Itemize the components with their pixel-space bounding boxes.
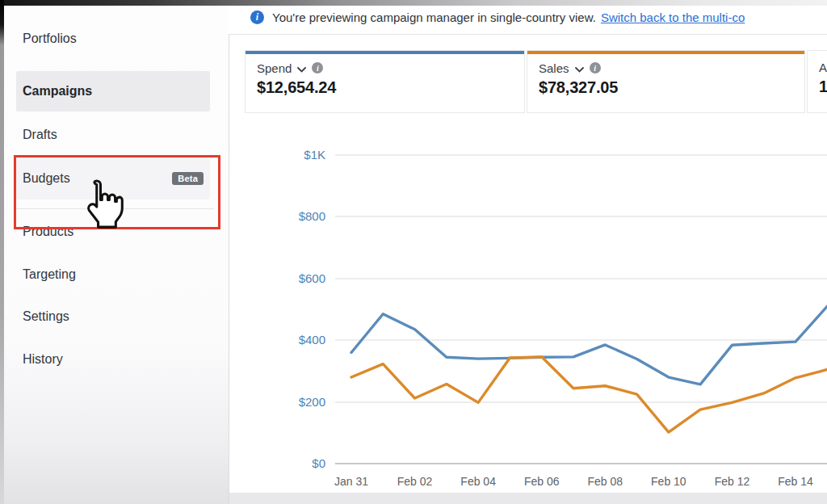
y-axis-tick-label: $600 xyxy=(269,271,325,285)
y-axis-tick-label: $400 xyxy=(269,333,325,346)
hand-cursor-icon xyxy=(79,176,126,233)
gridline xyxy=(335,278,827,279)
sidebar-item-portfolios[interactable]: Portfolios xyxy=(16,24,210,53)
x-axis-tick-label: Feb 08 xyxy=(577,475,633,488)
metric-label: Sales xyxy=(539,61,569,75)
sidebar-item-label: Budgets xyxy=(23,171,70,186)
y-axis-tick-label: $800 xyxy=(269,209,325,223)
sidebar-item-targeting[interactable]: Targeting xyxy=(16,260,210,289)
metric-card-sales[interactable]: Salesi$78,327.05 xyxy=(527,50,805,113)
switch-back-link[interactable]: Switch back to the multi-co xyxy=(601,10,745,24)
gridline xyxy=(335,401,827,403)
sidebar-item-drafts[interactable]: Drafts xyxy=(16,120,210,149)
info-icon: i xyxy=(250,10,264,24)
y-axis-tick-label: $200 xyxy=(269,395,325,409)
sidebar-item-settings[interactable]: Settings xyxy=(16,302,210,331)
x-axis-tick-label: Feb 10 xyxy=(640,475,697,488)
sidebar-item-label: Targeting xyxy=(23,267,76,282)
sidebar-item-label: Campaigns xyxy=(23,84,92,99)
sidebar-item-label: History xyxy=(23,352,63,367)
x-axis-tick-label: Feb 06 xyxy=(514,475,570,488)
chevron-down-icon[interactable] xyxy=(297,61,306,75)
banner-message: You're previewing campaign manager in si… xyxy=(272,10,596,24)
metric-label: Spend xyxy=(257,61,292,75)
metric-card-spend[interactable]: Spendi$12,654.24 xyxy=(245,50,525,113)
info-icon[interactable]: i xyxy=(590,62,601,74)
y-axis-tick-label: $1K xyxy=(269,148,325,162)
gridline xyxy=(335,463,827,464)
left-edge-strip xyxy=(0,0,4,504)
info-icon[interactable]: i xyxy=(312,62,323,74)
gridline xyxy=(335,339,827,341)
sidebar-item-label: Portfolios xyxy=(23,32,77,46)
x-axis-tick-label: Feb 12 xyxy=(703,475,760,488)
metric-card-a[interactable]: A1 xyxy=(807,50,827,113)
sidebar-item-label: Products xyxy=(23,225,73,239)
metric-value: $78,327.05 xyxy=(539,78,804,97)
sidebar-item-label: Drafts xyxy=(23,128,57,142)
x-axis-tick-label: Jan 31 xyxy=(323,475,380,488)
chevron-down-icon[interactable] xyxy=(575,61,584,75)
sidebar-item-campaigns[interactable]: Campaigns xyxy=(16,71,210,111)
metric-value: $12,654.24 xyxy=(257,78,524,97)
metric-label: A xyxy=(819,61,827,74)
top-edge-strip xyxy=(0,0,827,6)
sidebar-nav: PortfoliosCampaignsDraftsBudgetsBetaProd… xyxy=(0,0,229,504)
beta-badge: Beta xyxy=(172,172,204,185)
sidebar-item-label: Settings xyxy=(23,309,69,324)
x-axis-tick-label: Feb 14 xyxy=(767,475,824,488)
sidebar-item-history[interactable]: History xyxy=(16,345,210,374)
gridline xyxy=(335,216,827,217)
y-axis-tick-label: $0 xyxy=(269,456,325,470)
x-axis-tick-label: Feb 02 xyxy=(387,475,443,488)
gridline xyxy=(335,154,827,156)
x-axis-tick-label: Feb 04 xyxy=(450,475,506,488)
metric-value: 1 xyxy=(819,78,827,96)
